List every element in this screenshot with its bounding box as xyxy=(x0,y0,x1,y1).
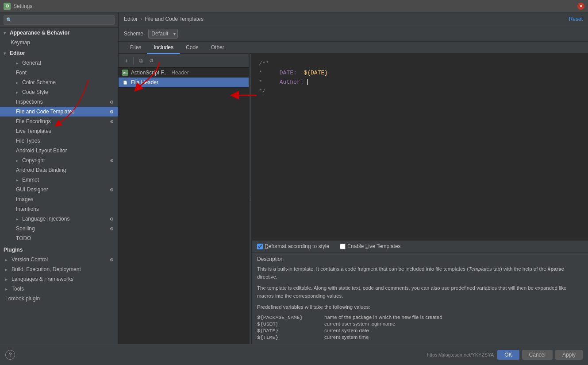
breadcrumb: Editor › File and Code Templates Reset xyxy=(119,12,588,26)
sidebar-label: Font xyxy=(16,70,27,76)
cancel-button[interactable]: Cancel xyxy=(522,350,553,360)
template-list: + ⧉ ↺ AS ActionScript F... Header 📄 File… xyxy=(119,54,249,344)
add-template-button[interactable]: + xyxy=(121,56,131,66)
copy-template-button[interactable]: ⧉ xyxy=(136,56,146,66)
sidebar-item-file-encodings[interactable]: File Encodings ⚙ xyxy=(0,116,118,126)
sidebar: 🔍 Appearance & Behavior Keymap Editor Ge… xyxy=(0,12,119,344)
window-title: Settings xyxy=(13,3,32,9)
sidebar-item-android-layout-editor[interactable]: Android Layout Editor xyxy=(0,146,118,155)
sidebar-label: Android Data Binding xyxy=(16,167,66,173)
template-item-file-header[interactable]: 📄 File Header xyxy=(119,78,249,87)
live-templates-label[interactable]: Enable Live Templates xyxy=(347,243,401,249)
code-editor[interactable]: /** * DATE: ${DATE} * Author: */ xyxy=(252,54,588,240)
template-item-sublabel: Header xyxy=(171,70,188,76)
sidebar-label: Keymap xyxy=(11,39,30,46)
app-icon: ⚙ xyxy=(4,3,11,10)
expand-arrow xyxy=(5,287,10,291)
description-text: This is a built-in template. It contains… xyxy=(257,265,583,281)
sidebar-label: Build, Execution, Deployment xyxy=(12,266,81,272)
help-button[interactable]: ? xyxy=(5,350,15,360)
live-templates-checkbox-wrap: Enable Live Templates xyxy=(340,243,401,249)
description-panel: Description This is a built-in template.… xyxy=(252,252,588,344)
reset-template-button[interactable]: ↺ xyxy=(146,56,156,66)
sidebar-item-general[interactable]: General xyxy=(0,58,118,68)
badge-icon: ⚙ xyxy=(108,216,115,222)
tab-includes[interactable]: Includes xyxy=(147,42,180,54)
sidebar-item-copyright[interactable]: Copyright ⚙ xyxy=(0,155,118,165)
sidebar-item-todo[interactable]: TODO xyxy=(0,233,118,243)
var-desc-package: name of the package in which the new fil… xyxy=(324,315,583,320)
reformat-label[interactable]: Reformat according to style xyxy=(265,243,329,249)
expand-arrow xyxy=(16,61,20,66)
sidebar-item-file-types[interactable]: File Types xyxy=(0,136,118,146)
sidebar-label: Plugins xyxy=(4,247,23,253)
var-desc-time: current system time xyxy=(324,334,583,340)
description-text-3: Predefined variables will take the follo… xyxy=(257,303,583,311)
sidebar-item-languages-frameworks[interactable]: Languages & Frameworks xyxy=(0,274,118,284)
sidebar-label: Spelling xyxy=(16,225,35,232)
sidebar-item-lombok-plugin[interactable]: Lombok plugin xyxy=(0,294,118,303)
sidebar-item-appearance-behavior[interactable]: Appearance & Behavior xyxy=(0,28,118,38)
sidebar-label: Appearance & Behavior xyxy=(10,30,69,36)
scheme-select[interactable]: Default Project xyxy=(148,29,178,39)
sidebar-item-spelling[interactable]: Spelling ⚙ xyxy=(0,224,118,233)
code-line-1: /** xyxy=(259,59,581,69)
sidebar-label: Languages & Frameworks xyxy=(12,276,73,282)
tab-other[interactable]: Other xyxy=(205,42,231,54)
sidebar-item-plugins[interactable]: Plugins xyxy=(0,245,118,255)
expand-arrow xyxy=(5,257,10,262)
tab-code[interactable]: Code xyxy=(180,42,205,54)
apply-button[interactable]: Apply xyxy=(555,350,583,360)
sidebar-label: Version Control xyxy=(12,256,48,263)
toolbar-separator xyxy=(133,57,134,65)
close-button[interactable]: ✕ xyxy=(577,3,584,10)
expand-arrow xyxy=(4,51,8,56)
var-name-time: ${TIME} xyxy=(257,334,319,340)
search-box: 🔍 xyxy=(0,12,118,28)
sidebar-item-code-style[interactable]: Code Style xyxy=(0,87,118,97)
sidebar-label: Lombok plugin xyxy=(5,295,40,302)
sidebar-label: Intentions xyxy=(16,206,39,212)
sidebar-item-build-execution[interactable]: Build, Execution, Deployment xyxy=(0,264,118,274)
search-input[interactable] xyxy=(4,15,115,25)
template-icon-blue: 📄 xyxy=(122,79,128,85)
sidebar-item-file-and-code-templates[interactable]: File and Code Templates ⚙ xyxy=(0,107,118,116)
title-bar: ⚙ Settings ✕ xyxy=(0,0,588,12)
var-desc-date: current system date xyxy=(324,328,583,334)
sidebar-label: Inspections xyxy=(16,99,43,105)
description-title: Description xyxy=(257,256,583,262)
sidebar-label: Code Style xyxy=(22,89,48,95)
sidebar-item-tools[interactable]: Tools xyxy=(0,284,118,294)
var-name-package: ${PACKAGE_NAME} xyxy=(257,315,319,320)
sidebar-item-live-templates[interactable]: Live Templates xyxy=(0,126,118,136)
reformat-checkbox[interactable] xyxy=(257,244,263,249)
sidebar-item-gui-designer[interactable]: GUI Designer ⚙ xyxy=(0,185,118,194)
expand-arrow xyxy=(5,277,10,282)
sidebar-item-images[interactable]: Images xyxy=(0,194,118,204)
sidebar-item-intentions[interactable]: Intentions xyxy=(0,204,118,214)
desc-vars: ${PACKAGE_NAME} name of the package in w… xyxy=(257,315,583,340)
sidebar-item-editor[interactable]: Editor xyxy=(0,48,118,58)
bottom-bar: ? https://blog.csdn.net/YKYZSYA OK Cance… xyxy=(0,344,588,365)
reset-button[interactable]: Reset xyxy=(569,16,583,22)
sidebar-item-inspections[interactable]: Inspections ⚙ xyxy=(0,97,118,107)
bottom-actions: OK Cancel Apply xyxy=(497,350,583,360)
tabs-row: Files Includes Code Other xyxy=(119,42,588,54)
sidebar-item-android-data-binding[interactable]: Android Data Binding xyxy=(0,165,118,175)
live-templates-checkbox[interactable] xyxy=(340,244,346,249)
template-item-actionscript[interactable]: AS ActionScript F... Header xyxy=(119,68,249,78)
sidebar-item-font[interactable]: Font xyxy=(0,68,118,78)
window-controls: ✕ xyxy=(577,3,584,10)
sidebar-item-emmet[interactable]: Emmet xyxy=(0,175,118,185)
sidebar-label: File Types xyxy=(16,138,40,144)
tab-files[interactable]: Files xyxy=(124,42,147,54)
sidebar-item-keymap[interactable]: Keymap xyxy=(0,38,118,47)
expand-arrow xyxy=(16,217,20,221)
ok-button[interactable]: OK xyxy=(497,350,519,360)
search-icon: 🔍 xyxy=(6,17,12,23)
sidebar-item-color-scheme[interactable]: Color Scheme xyxy=(0,78,118,87)
sidebar-item-language-injections[interactable]: Language Injections ⚙ xyxy=(0,214,118,224)
sidebar-label: File and Code Templates xyxy=(16,109,75,115)
sidebar-item-version-control[interactable]: Version Control ⚙ xyxy=(0,255,118,264)
template-list-items: AS ActionScript F... Header 📄 File Heade… xyxy=(119,68,249,344)
